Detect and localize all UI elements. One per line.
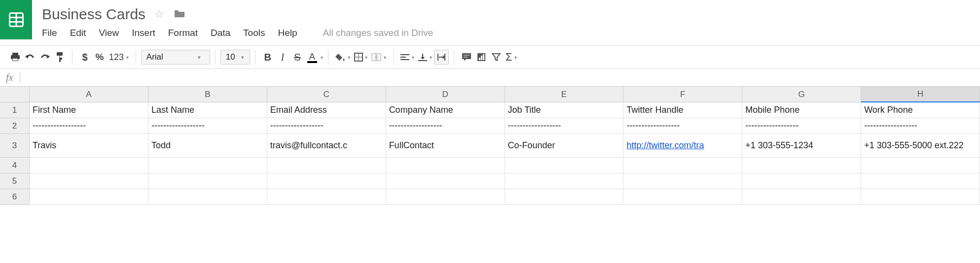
cell[interactable] [386, 189, 505, 205]
cell[interactable]: Job Title [505, 102, 624, 118]
merge-cells-button[interactable]: ▾ [369, 50, 388, 65]
insert-comment-icon[interactable] [459, 50, 474, 65]
column-header[interactable]: D [386, 87, 505, 102]
cell[interactable] [148, 173, 267, 189]
functions-button[interactable]: Σ ▾ [504, 50, 519, 65]
menu-edit[interactable]: Edit [70, 28, 86, 38]
font-select[interactable]: Arial▾ [141, 50, 210, 65]
percent-button[interactable]: % [92, 50, 107, 65]
cell[interactable] [505, 158, 624, 173]
column-header[interactable]: G [742, 87, 861, 102]
cell[interactable]: +1 303-555-1234 [742, 134, 861, 158]
cell[interactable]: travis@fullcontact.c [267, 134, 386, 158]
column-header[interactable]: E [505, 87, 624, 102]
cell[interactable]: Last Name [148, 102, 267, 118]
wrap-text-button[interactable] [434, 50, 449, 65]
cell[interactable] [505, 189, 624, 205]
cell[interactable] [30, 173, 148, 189]
cell[interactable] [505, 173, 624, 189]
cell[interactable]: Twitter Handle [623, 102, 742, 118]
insert-chart-icon[interactable] [474, 50, 489, 65]
cell[interactable] [861, 189, 980, 205]
cell[interactable]: Travis [30, 134, 148, 158]
menu-tools[interactable]: Tools [243, 28, 265, 38]
cell[interactable] [148, 189, 267, 205]
column-header[interactable]: C [267, 87, 386, 102]
undo-icon[interactable] [23, 50, 37, 65]
cell[interactable]: ------------------ [30, 118, 148, 134]
currency-button[interactable]: $ [77, 50, 92, 65]
cell[interactable]: Mobile Phone [742, 102, 861, 118]
paint-format-icon[interactable] [52, 50, 67, 65]
cell[interactable]: ------------------ [386, 118, 505, 134]
cell[interactable]: Company Name [386, 102, 505, 118]
cell[interactable]: Todd [148, 134, 267, 158]
cell[interactable] [742, 173, 861, 189]
borders-button[interactable]: ▾ [352, 50, 370, 65]
cell[interactable] [861, 173, 980, 189]
strikethrough-button[interactable]: S [290, 50, 305, 65]
cell[interactable]: FullContact [386, 134, 505, 158]
menu-insert[interactable]: Insert [132, 28, 155, 38]
cell[interactable]: ------------------ [742, 118, 861, 134]
menu-view[interactable]: View [99, 28, 119, 38]
menu-data[interactable]: Data [211, 28, 230, 38]
column-header[interactable]: A [30, 87, 148, 102]
cell[interactable] [742, 189, 861, 205]
menu-file[interactable]: File [42, 28, 57, 38]
row-header[interactable]: 3 [0, 134, 30, 158]
cell[interactable]: ------------------ [861, 118, 980, 134]
cell[interactable] [267, 173, 386, 189]
column-header[interactable]: F [623, 87, 742, 102]
cell[interactable] [623, 173, 742, 189]
cell[interactable] [267, 189, 386, 205]
print-icon[interactable] [8, 50, 23, 65]
cell[interactable]: ------------------ [623, 118, 742, 134]
cell[interactable]: http://twitter.com/tra [623, 134, 742, 158]
folder-icon[interactable] [173, 8, 186, 21]
formula-input[interactable] [27, 70, 980, 85]
row-header[interactable]: 2 [0, 118, 30, 134]
document-title[interactable]: Business Cards [42, 6, 145, 23]
column-header[interactable]: H [861, 87, 980, 102]
column-header[interactable]: B [148, 87, 267, 102]
text-color-button[interactable]: A [305, 50, 320, 65]
row-header[interactable]: 5 [0, 173, 30, 189]
cell[interactable] [742, 158, 861, 173]
row-header[interactable]: 1 [0, 102, 30, 118]
cell[interactable]: ------------------ [267, 118, 386, 134]
cell[interactable]: Co-Founder [505, 134, 624, 158]
menu-format[interactable]: Format [168, 28, 198, 38]
filter-icon[interactable] [489, 50, 504, 65]
bold-button[interactable]: B [260, 50, 275, 65]
cell-link[interactable]: http://twitter.com/tra [626, 140, 704, 151]
row-header[interactable]: 6 [0, 189, 30, 205]
row-header[interactable]: 4 [0, 158, 30, 173]
cell[interactable]: Email Address [267, 102, 386, 118]
italic-button[interactable]: I [275, 50, 290, 65]
star-icon[interactable]: ☆ [154, 8, 164, 21]
cell[interactable] [267, 158, 386, 173]
cell[interactable] [386, 158, 505, 173]
cell[interactable] [30, 189, 148, 205]
sheets-logo[interactable] [0, 0, 32, 39]
cell[interactable]: ------------------ [505, 118, 624, 134]
cell[interactable] [148, 158, 267, 173]
cell[interactable] [623, 158, 742, 173]
align-left-button[interactable]: ▾ [399, 50, 416, 65]
cell[interactable] [861, 158, 980, 173]
valign-button[interactable]: ▾ [416, 50, 434, 65]
fill-color-button[interactable]: ▾ [333, 50, 352, 65]
number-format-button[interactable]: 123 ▾ [107, 50, 131, 65]
select-all-corner[interactable] [0, 87, 30, 102]
cell[interactable]: ------------------ [148, 118, 267, 134]
cell[interactable] [30, 158, 148, 173]
cell[interactable] [386, 173, 505, 189]
cell[interactable]: +1 303-555-5000 ext.222 [861, 134, 980, 158]
cell[interactable]: Work Phone [861, 102, 980, 118]
menu-help[interactable]: Help [278, 28, 297, 38]
redo-icon[interactable] [37, 50, 52, 65]
cell[interactable] [623, 189, 742, 205]
chevron-down-icon[interactable]: ▾ [321, 55, 323, 60]
fontsize-select[interactable]: 10▾ [220, 50, 250, 65]
